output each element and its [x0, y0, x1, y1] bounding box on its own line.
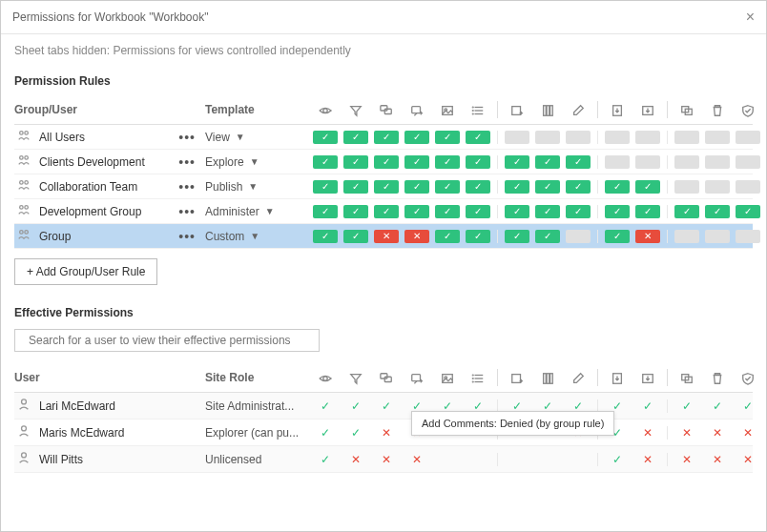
permission-pill[interactable] — [435, 180, 460, 194]
permission-pill[interactable] — [313, 131, 338, 144]
permission-pill[interactable] — [435, 205, 460, 218]
permission-pill[interactable] — [343, 205, 368, 218]
permission-pill[interactable] — [736, 131, 760, 144]
permission-pill[interactable] — [705, 205, 730, 218]
permission-pill[interactable] — [674, 205, 699, 218]
permission-pill[interactable] — [635, 205, 660, 218]
permission-pill[interactable] — [535, 205, 560, 218]
permission-pill[interactable] — [313, 180, 338, 194]
permission-pill[interactable] — [343, 131, 368, 144]
permission-pill[interactable] — [374, 131, 399, 144]
permission-pill[interactable] — [674, 131, 699, 144]
permission-pill[interactable] — [566, 230, 591, 243]
permission-pill[interactable] — [705, 180, 730, 194]
permission-pill[interactable] — [635, 155, 660, 169]
permission-pill[interactable] — [736, 205, 760, 218]
permission-pill[interactable] — [535, 180, 560, 194]
permission-pill[interactable] — [404, 230, 429, 243]
more-icon[interactable]: ••• — [178, 207, 196, 216]
permission-pill[interactable] — [313, 155, 338, 169]
more-icon[interactable]: ••• — [178, 133, 196, 142]
svg-point-31 — [25, 206, 29, 210]
download-image-icon — [632, 102, 663, 117]
permission-pill[interactable] — [535, 131, 560, 144]
delete-icon — [702, 102, 733, 117]
permission-pill[interactable] — [505, 205, 529, 218]
template-select[interactable]: Explore▼ — [205, 155, 310, 169]
permission-pill[interactable] — [605, 131, 630, 144]
permission-pill[interactable] — [736, 155, 760, 169]
permission-pill[interactable] — [466, 180, 490, 194]
permission-pill[interactable] — [566, 180, 591, 194]
permission-pill[interactable] — [343, 230, 368, 243]
template-select[interactable]: Publish▼ — [205, 180, 310, 194]
template-select[interactable]: Administer▼ — [205, 205, 310, 218]
permission-pill[interactable] — [435, 230, 460, 243]
permission-pill[interactable] — [313, 205, 338, 218]
permission-pill[interactable] — [566, 155, 591, 169]
permission-pill[interactable] — [535, 155, 560, 169]
permission-pill[interactable] — [605, 205, 630, 218]
permission-pill[interactable] — [566, 131, 591, 144]
permission-pill[interactable] — [404, 155, 429, 169]
permission-pill[interactable] — [505, 230, 529, 243]
permission-pill[interactable] — [635, 230, 660, 243]
effective-row[interactable]: Maris McEdwardExplorer (can pu...✓✓✕✕✓✓✓… — [14, 419, 753, 446]
effective-row[interactable]: Lari McEdwardSite Administrat...✓✓✓✓✓✓✓✓… — [14, 393, 753, 419]
permission-pill[interactable] — [674, 155, 699, 169]
permission-pill[interactable] — [705, 155, 730, 169]
add-group-user-button[interactable]: + Add Group/User Rule — [14, 258, 157, 285]
permission-pill[interactable] — [343, 155, 368, 169]
effective-grid: User Site Role Lari McEdwardSite Adminis… — [14, 365, 753, 473]
permission-pill[interactable] — [404, 205, 429, 218]
permission-pill[interactable] — [705, 230, 730, 243]
permission-pill[interactable] — [674, 230, 699, 243]
permission-pill[interactable] — [705, 131, 730, 144]
permission-pill[interactable] — [635, 180, 660, 194]
permission-pill[interactable] — [674, 180, 699, 194]
permission-pill[interactable] — [374, 205, 399, 218]
rule-row[interactable]: Group•••Custom▼ — [14, 224, 753, 249]
permission-pill[interactable] — [466, 155, 490, 169]
permission-pill[interactable] — [505, 131, 529, 144]
search-input[interactable] — [29, 334, 311, 347]
permission-pill[interactable] — [374, 155, 399, 169]
effective-permission: ✓ — [321, 426, 330, 440]
permission-pill[interactable] — [374, 180, 399, 194]
permission-pill[interactable] — [736, 180, 760, 194]
more-icon[interactable]: ••• — [178, 157, 196, 167]
permission-pill[interactable] — [466, 131, 490, 144]
permission-pill[interactable] — [566, 205, 591, 218]
permission-pill[interactable] — [466, 230, 490, 243]
titlebar: Permissions for Workbook "Workbook" × — [1, 1, 766, 34]
permission-pill[interactable] — [605, 180, 630, 194]
permission-pill[interactable] — [605, 155, 630, 169]
more-icon[interactable]: ••• — [178, 182, 196, 192]
rule-row[interactable]: All Users•••View▼ — [14, 125, 753, 150]
permission-pill[interactable] — [404, 180, 429, 194]
permission-pill[interactable] — [435, 131, 460, 144]
permission-pill[interactable] — [605, 230, 630, 243]
permission-pill[interactable] — [736, 230, 760, 243]
svg-point-47 — [472, 375, 473, 376]
template-select[interactable]: View▼ — [205, 131, 310, 144]
more-icon[interactable]: ••• — [178, 232, 196, 241]
permission-pill[interactable] — [313, 230, 338, 243]
template-select[interactable]: Custom▼ — [205, 230, 310, 243]
permission-pill[interactable] — [535, 230, 560, 243]
rule-row[interactable]: Development Group•••Administer▼ — [14, 199, 753, 224]
permission-pill[interactable] — [374, 230, 399, 243]
permission-pill[interactable] — [435, 155, 460, 169]
effective-row[interactable]: Will PittsUnlicensed✓✕✕✕✓✕✕✕✕ — [14, 446, 753, 473]
rule-row[interactable]: Collaboration Team•••Publish▼ — [14, 174, 753, 199]
rule-row[interactable]: Clients Development•••Explore▼ — [14, 150, 753, 174]
permission-pill[interactable] — [404, 131, 429, 144]
permission-pill[interactable] — [505, 155, 529, 169]
effective-search[interactable] — [14, 329, 320, 352]
permission-pill[interactable] — [635, 131, 660, 144]
permission-pill[interactable] — [343, 180, 368, 194]
permission-pill[interactable] — [466, 205, 490, 218]
permission-pill[interactable] — [505, 180, 529, 194]
close-icon[interactable]: × — [746, 9, 755, 26]
effective-permission: ✕ — [382, 453, 391, 466]
